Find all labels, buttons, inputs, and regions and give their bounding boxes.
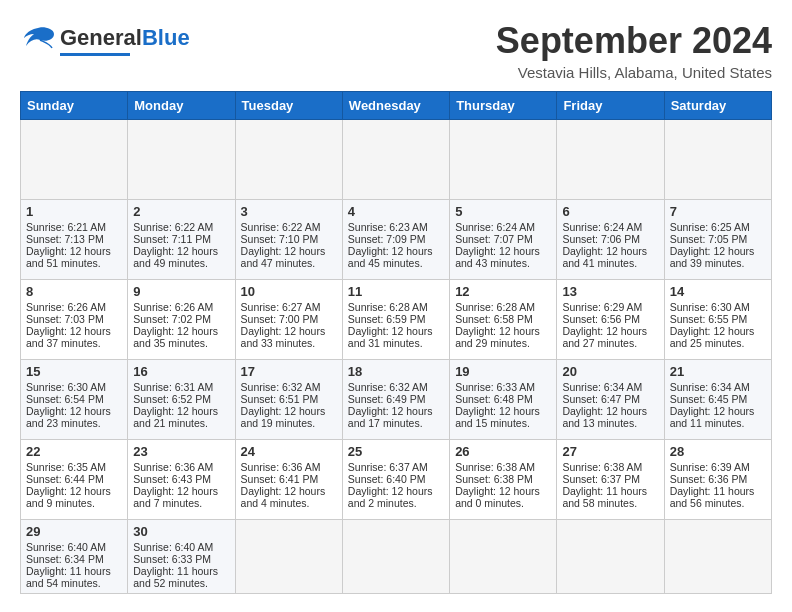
calendar-cell: 19 Sunrise: 6:33 AM Sunset: 6:48 PM Dayl… (450, 360, 557, 440)
daylight-label: Daylight: 12 hours and 47 minutes. (241, 245, 326, 269)
daylight-label: Daylight: 12 hours and 37 minutes. (26, 325, 111, 349)
calendar-cell (128, 120, 235, 200)
daylight-label: Daylight: 12 hours and 0 minutes. (455, 485, 540, 509)
sunset: Sunset: 6:56 PM (562, 313, 640, 325)
sunset: Sunset: 6:54 PM (26, 393, 104, 405)
calendar-cell (557, 520, 664, 594)
day-number: 14 (670, 284, 766, 299)
daylight-label: Daylight: 11 hours and 56 minutes. (670, 485, 755, 509)
calendar-cell: 20 Sunrise: 6:34 AM Sunset: 6:47 PM Dayl… (557, 360, 664, 440)
day-number: 26 (455, 444, 551, 459)
sunset: Sunset: 7:11 PM (133, 233, 211, 245)
day-number: 27 (562, 444, 658, 459)
day-number: 2 (133, 204, 229, 219)
calendar-cell: 4 Sunrise: 6:23 AM Sunset: 7:09 PM Dayli… (342, 200, 449, 280)
calendar-header-row: Sunday Monday Tuesday Wednesday Thursday… (21, 92, 772, 120)
daylight-label: Daylight: 12 hours and 2 minutes. (348, 485, 433, 509)
daylight-label: Daylight: 11 hours and 52 minutes. (133, 565, 218, 589)
day-number: 28 (670, 444, 766, 459)
sunset: Sunset: 7:13 PM (26, 233, 104, 245)
day-number: 19 (455, 364, 551, 379)
sunrise: Sunrise: 6:32 AM (241, 381, 321, 393)
calendar-cell: 7 Sunrise: 6:25 AM Sunset: 7:05 PM Dayli… (664, 200, 771, 280)
day-number: 4 (348, 204, 444, 219)
calendar-cell: 8 Sunrise: 6:26 AM Sunset: 7:03 PM Dayli… (21, 280, 128, 360)
col-sunday: Sunday (21, 92, 128, 120)
sunrise: Sunrise: 6:26 AM (26, 301, 106, 313)
sunset: Sunset: 7:05 PM (670, 233, 748, 245)
sunset: Sunset: 6:58 PM (455, 313, 533, 325)
sunset: Sunset: 6:37 PM (562, 473, 640, 485)
daylight-label: Daylight: 12 hours and 29 minutes. (455, 325, 540, 349)
calendar-cell: 14 Sunrise: 6:30 AM Sunset: 6:55 PM Dayl… (664, 280, 771, 360)
day-number: 12 (455, 284, 551, 299)
sunrise: Sunrise: 6:34 AM (562, 381, 642, 393)
sunrise: Sunrise: 6:28 AM (455, 301, 535, 313)
sunrise: Sunrise: 6:40 AM (26, 541, 106, 553)
calendar-cell: 15 Sunrise: 6:30 AM Sunset: 6:54 PM Dayl… (21, 360, 128, 440)
daylight-label: Daylight: 12 hours and 15 minutes. (455, 405, 540, 429)
calendar-cell (21, 120, 128, 200)
sunset: Sunset: 7:09 PM (348, 233, 426, 245)
daylight-label: Daylight: 11 hours and 54 minutes. (26, 565, 111, 589)
sunrise: Sunrise: 6:29 AM (562, 301, 642, 313)
daylight-label: Daylight: 12 hours and 31 minutes. (348, 325, 433, 349)
calendar-cell: 2 Sunrise: 6:22 AM Sunset: 7:11 PM Dayli… (128, 200, 235, 280)
day-number: 20 (562, 364, 658, 379)
day-number: 23 (133, 444, 229, 459)
calendar-cell: 25 Sunrise: 6:37 AM Sunset: 6:40 PM Dayl… (342, 440, 449, 520)
sunset: Sunset: 6:43 PM (133, 473, 211, 485)
sunrise: Sunrise: 6:37 AM (348, 461, 428, 473)
daylight-label: Daylight: 12 hours and 33 minutes. (241, 325, 326, 349)
daylight-label: Daylight: 12 hours and 23 minutes. (26, 405, 111, 429)
sunrise: Sunrise: 6:34 AM (670, 381, 750, 393)
sunrise: Sunrise: 6:36 AM (241, 461, 321, 473)
sunset: Sunset: 6:47 PM (562, 393, 640, 405)
sunset: Sunset: 7:02 PM (133, 313, 211, 325)
sunrise: Sunrise: 6:35 AM (26, 461, 106, 473)
calendar-cell: 13 Sunrise: 6:29 AM Sunset: 6:56 PM Dayl… (557, 280, 664, 360)
sunrise: Sunrise: 6:31 AM (133, 381, 213, 393)
sunrise: Sunrise: 6:39 AM (670, 461, 750, 473)
calendar-cell: 28 Sunrise: 6:39 AM Sunset: 6:36 PM Dayl… (664, 440, 771, 520)
calendar-cell: 5 Sunrise: 6:24 AM Sunset: 7:07 PM Dayli… (450, 200, 557, 280)
daylight-label: Daylight: 12 hours and 39 minutes. (670, 245, 755, 269)
day-number: 17 (241, 364, 337, 379)
daylight-label: Daylight: 11 hours and 58 minutes. (562, 485, 647, 509)
calendar-cell (557, 120, 664, 200)
sunset: Sunset: 6:59 PM (348, 313, 426, 325)
calendar-cell: 9 Sunrise: 6:26 AM Sunset: 7:02 PM Dayli… (128, 280, 235, 360)
sunset: Sunset: 7:00 PM (241, 313, 319, 325)
day-number: 11 (348, 284, 444, 299)
calendar-cell: 29 Sunrise: 6:40 AM Sunset: 6:34 PM Dayl… (21, 520, 128, 594)
sunrise: Sunrise: 6:25 AM (670, 221, 750, 233)
calendar-cell: 1 Sunrise: 6:21 AM Sunset: 7:13 PM Dayli… (21, 200, 128, 280)
logo-text: GeneralBlue (60, 26, 190, 50)
daylight-label: Daylight: 12 hours and 49 minutes. (133, 245, 218, 269)
day-number: 18 (348, 364, 444, 379)
location: Vestavia Hills, Alabama, United States (496, 64, 772, 81)
sunrise: Sunrise: 6:33 AM (455, 381, 535, 393)
day-number: 24 (241, 444, 337, 459)
col-wednesday: Wednesday (342, 92, 449, 120)
col-thursday: Thursday (450, 92, 557, 120)
sunset: Sunset: 6:40 PM (348, 473, 426, 485)
sunrise: Sunrise: 6:26 AM (133, 301, 213, 313)
sunset: Sunset: 6:48 PM (455, 393, 533, 405)
sunrise: Sunrise: 6:22 AM (241, 221, 321, 233)
day-number: 15 (26, 364, 122, 379)
calendar-cell (342, 120, 449, 200)
col-tuesday: Tuesday (235, 92, 342, 120)
sunset: Sunset: 6:55 PM (670, 313, 748, 325)
day-number: 8 (26, 284, 122, 299)
calendar-cell: 26 Sunrise: 6:38 AM Sunset: 6:38 PM Dayl… (450, 440, 557, 520)
sunset: Sunset: 7:10 PM (241, 233, 319, 245)
calendar-cell: 30 Sunrise: 6:40 AM Sunset: 6:33 PM Dayl… (128, 520, 235, 594)
daylight-label: Daylight: 12 hours and 25 minutes. (670, 325, 755, 349)
day-number: 6 (562, 204, 658, 219)
day-number: 1 (26, 204, 122, 219)
col-saturday: Saturday (664, 92, 771, 120)
sunset: Sunset: 6:51 PM (241, 393, 319, 405)
day-number: 13 (562, 284, 658, 299)
sunrise: Sunrise: 6:23 AM (348, 221, 428, 233)
